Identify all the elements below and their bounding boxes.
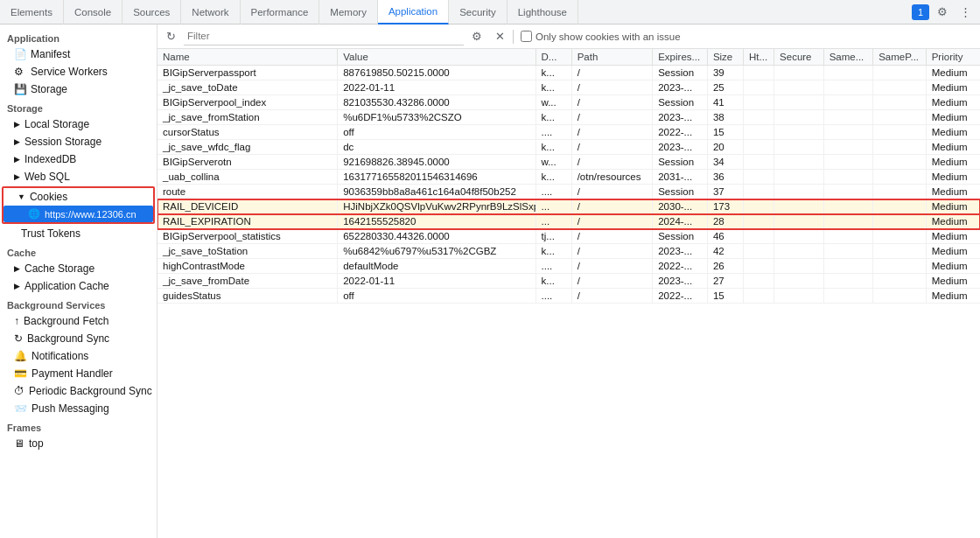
payment-icon: 💳: [14, 367, 27, 380]
push-icon: 📨: [14, 402, 27, 415]
cache-section-header: Cache: [0, 242, 157, 260]
sidebar-item-storage-top[interactable]: 💾 Storage: [0, 80, 157, 98]
tab-icons-area: 1 ⚙ ⋮: [912, 3, 980, 22]
table-row[interactable]: RAIL_EXPIRATION1642155525820.../2024-...…: [158, 214, 980, 229]
storage-section-header: Storage: [0, 98, 157, 115]
storage-icon: 💾: [14, 83, 26, 95]
expand-icon: ▶: [14, 282, 20, 290]
table-row[interactable]: BIGipServerotn921698826.38945.0000w.../S…: [158, 155, 980, 170]
th-expires[interactable]: Expires...: [653, 49, 708, 66]
background-services-header: Background Services: [0, 295, 157, 312]
table-row[interactable]: _jc_save_toStation%u6842%u6797%u5317%2CG…: [158, 244, 980, 259]
th-ht[interactable]: Ht...: [744, 49, 774, 66]
sidebar: Application 📄 Manifest ⚙ Service Workers…: [0, 24, 158, 538]
cookie-filter-checkbox[interactable]: [521, 31, 532, 42]
tab-sources[interactable]: Sources: [122, 0, 181, 24]
tab-memory[interactable]: Memory: [319, 0, 378, 24]
sidebar-item-trust-tokens[interactable]: Trust Tokens: [0, 225, 157, 242]
sidebar-item-manifest[interactable]: 📄 Manifest: [0, 45, 157, 63]
table-row[interactable]: _jc_save_wfdc_flagdck.../2023-...20Mediu…: [158, 140, 980, 155]
sidebar-item-cookies-child[interactable]: 🌐 https://www.12306.cn: [4, 206, 153, 222]
expand-icon: ▼: [18, 192, 25, 201]
tab-bar: Elements Console Sources Network Perform…: [0, 0, 980, 24]
table-row[interactable]: BIGipServerpool_statistics652280330.4432…: [158, 229, 980, 244]
toolbar: ↻ ⚙ ✕ Only show cookies with an issue: [158, 24, 980, 49]
local-storage-label: Local Storage: [24, 118, 89, 130]
content-area: ↻ ⚙ ✕ Only show cookies with an issue Na…: [158, 24, 980, 538]
sidebar-item-top-frame[interactable]: 🖥 top: [0, 435, 157, 452]
table-row[interactable]: routeroute9036359bb8a8a461c164a04f8f50b2…: [158, 185, 980, 199]
main-layout: Application 📄 Manifest ⚙ Service Workers…: [0, 24, 980, 538]
table-row[interactable]: highContrastModedefaultMode..../2022-...…: [158, 259, 980, 274]
sidebar-item-service-workers[interactable]: ⚙ Service Workers: [0, 63, 157, 80]
expand-icon: ▶: [14, 137, 20, 146]
expand-icon: ▶: [14, 172, 20, 181]
sidebar-item-periodic-background-sync[interactable]: ⏱ Periodic Background Sync: [0, 382, 157, 400]
globe-icon: 🌐: [28, 208, 40, 220]
cookies-highlight-box: ▼ Cookies 🌐 https://www.12306.cn: [2, 186, 155, 224]
sidebar-item-notifications[interactable]: 🔔 Notifications: [0, 347, 157, 365]
tab-elements[interactable]: Elements: [0, 0, 64, 24]
devtools-badge: 1: [912, 4, 929, 20]
expand-icon: ▶: [14, 155, 20, 164]
bg-sync-icon: ↻: [14, 332, 23, 345]
table-row[interactable]: _uab_collina163177165582011546314696k...…: [158, 170, 980, 185]
bg-fetch-icon: ↑: [14, 315, 19, 327]
th-d[interactable]: D...: [536, 49, 571, 66]
sidebar-item-indexeddb[interactable]: ▶ IndexedDB: [0, 150, 157, 168]
th-value[interactable]: Value: [338, 49, 536, 66]
notifications-icon: 🔔: [14, 350, 27, 362]
th-samep[interactable]: SameP...: [873, 49, 927, 66]
tab-security[interactable]: Security: [449, 0, 508, 24]
sidebar-item-background-fetch[interactable]: ↑ Background Fetch: [0, 312, 157, 330]
sidebar-item-payment-handler[interactable]: 💳 Payment Handler: [0, 365, 157, 382]
table-row[interactable]: BIGipServerpool_index821035530.43286.000…: [158, 95, 980, 110]
filter-clear-button[interactable]: ✕: [490, 27, 509, 46]
th-size[interactable]: Size: [707, 49, 743, 66]
cookies-table-wrapper: Name Value D... Path Expires... Size Ht.…: [158, 49, 980, 538]
frame-icon: 🖥: [14, 437, 24, 450]
periodic-sync-icon: ⏱: [14, 385, 24, 397]
frames-section-header: Frames: [0, 417, 157, 435]
tab-lighthouse[interactable]: Lighthouse: [508, 0, 578, 24]
table-body: BIGipServerpassport887619850.50215.0000k…: [158, 66, 980, 304]
table-row[interactable]: BIGipServerpassport887619850.50215.0000k…: [158, 66, 980, 80]
cookies-table: Name Value D... Path Expires... Size Ht.…: [158, 49, 980, 304]
th-name[interactable]: Name: [158, 49, 338, 66]
more-icon[interactable]: ⋮: [956, 3, 975, 22]
th-same[interactable]: Same...: [823, 49, 873, 66]
sidebar-item-session-storage[interactable]: ▶ Session Storage: [0, 133, 157, 150]
sidebar-item-local-storage[interactable]: ▶ Local Storage: [0, 115, 157, 133]
table-header: Name Value D... Path Expires... Size Ht.…: [158, 49, 980, 66]
manifest-icon: 📄: [14, 48, 26, 60]
sidebar-item-background-sync[interactable]: ↻ Background Sync: [0, 330, 157, 347]
table-row[interactable]: cursorStatusoff..../2022-...15Medium: [158, 125, 980, 140]
cookie-filter-label: Only show cookies with an issue: [521, 31, 681, 42]
application-section-header: Application: [0, 28, 157, 45]
expand-icon: ▶: [14, 264, 20, 273]
th-path[interactable]: Path: [571, 49, 653, 66]
sidebar-item-application-cache[interactable]: ▶ Application Cache: [0, 277, 157, 295]
th-secure[interactable]: Secure: [774, 49, 824, 66]
sidebar-item-cache-storage[interactable]: ▶ Cache Storage: [0, 260, 157, 277]
table-row[interactable]: _jc_save_fromDate2022-01-11k.../2023-...…: [158, 274, 980, 289]
table-row[interactable]: _jc_save_fromStation%u6DF1%u5733%2CSZOk.…: [158, 110, 980, 125]
sidebar-item-web-sql[interactable]: ▶ Web SQL: [0, 168, 157, 185]
sidebar-item-cookies[interactable]: ▼ Cookies: [4, 188, 153, 206]
tab-performance[interactable]: Performance: [241, 0, 320, 24]
th-priority[interactable]: Priority: [926, 49, 980, 66]
table-row[interactable]: RAIL_DEVICEIDHJiNbjXZk0QSVlpVuKwv2RPynrB…: [158, 199, 980, 214]
refresh-button[interactable]: ↻: [161, 27, 180, 46]
table-row[interactable]: _jc_save_toDate2022-01-11k.../2023-...25…: [158, 80, 980, 95]
sidebar-item-push-messaging[interactable]: 📨 Push Messaging: [0, 400, 157, 417]
filter-input[interactable]: [184, 28, 464, 45]
tab-console[interactable]: Console: [64, 0, 122, 24]
settings-icon[interactable]: ⚙: [933, 3, 952, 22]
filter-settings-button[interactable]: ⚙: [467, 27, 486, 46]
table-row[interactable]: guidesStatusoff..../2022-...15Medium: [158, 289, 980, 304]
tab-network[interactable]: Network: [181, 0, 240, 24]
service-workers-icon: ⚙: [14, 66, 26, 78]
tab-application[interactable]: Application: [378, 0, 449, 24]
toolbar-divider: [513, 30, 514, 44]
expand-icon: ▶: [14, 120, 20, 129]
